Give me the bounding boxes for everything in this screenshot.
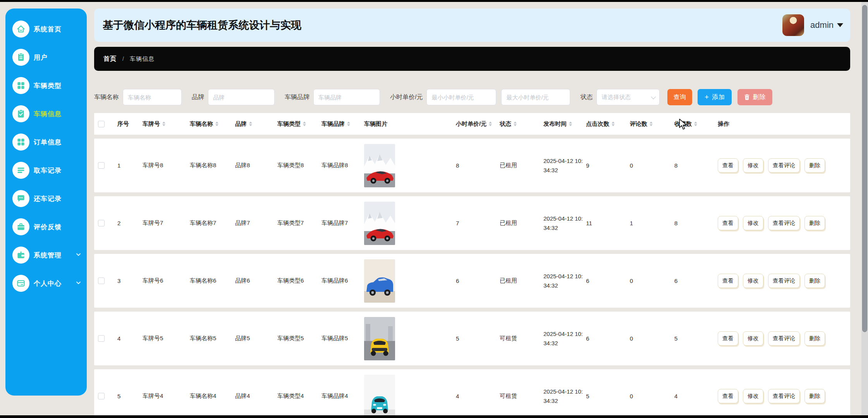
view-button[interactable]: 查看 — [718, 331, 738, 346]
sidebar-item-6[interactable]: 取车记录 — [5, 161, 87, 180]
cell-price: 8 — [453, 162, 497, 169]
sidebar-item-5[interactable]: 订单信息 — [5, 132, 87, 152]
cell-index: 4 — [114, 335, 139, 342]
grid-icon — [12, 134, 29, 151]
edit-button[interactable]: 修改 — [743, 216, 763, 230]
add-button[interactable]: +添加 — [698, 89, 732, 105]
cell-vbrand: 车辆品牌6 — [318, 277, 361, 284]
screen-bottom-edge — [0, 415, 868, 418]
sidebar-item-label: 评价反馈 — [34, 223, 62, 231]
edit-button[interactable]: 修改 — [743, 389, 763, 403]
edit-button[interactable]: 修改 — [743, 331, 763, 346]
avatar[interactable] — [782, 14, 804, 36]
cell-type: 车辆类型7 — [274, 219, 318, 227]
cell-brand: 品牌4 — [232, 392, 274, 400]
edit-button[interactable]: 修改 — [743, 158, 763, 173]
cell-name: 车辆名称8 — [187, 162, 232, 169]
cell-price: 5 — [453, 335, 497, 342]
select-all-checkbox[interactable] — [98, 121, 105, 127]
column-header-vbrand[interactable]: 车辆品牌 — [318, 120, 361, 128]
view-button[interactable]: 查看 — [718, 389, 738, 403]
clipboard-check-icon — [12, 105, 29, 122]
vehicle-name-input[interactable] — [123, 89, 182, 105]
sidebar-item-10[interactable]: 个人中心 — [5, 274, 87, 293]
delete-row-button[interactable]: 删除 — [804, 216, 825, 230]
sidebar-item-3[interactable]: 车辆类型 — [5, 76, 87, 95]
row-checkbox[interactable] — [98, 162, 105, 169]
cell-time: 2025-04-12 10:34:32 — [540, 329, 583, 348]
wallet-icon — [12, 247, 29, 264]
breadcrumb-home-link[interactable]: 首页 — [103, 55, 117, 63]
view-comments-button[interactable]: 查看评论 — [768, 331, 800, 346]
cell-status: 已租用 — [497, 162, 540, 169]
row-checkbox[interactable] — [98, 278, 105, 284]
sort-icon[interactable] — [303, 122, 306, 127]
search-button[interactable]: 查询 — [667, 89, 692, 105]
status-select[interactable]: 请选择状态 — [596, 89, 660, 105]
cell-time: 2025-04-12 10:34:32 — [540, 272, 583, 290]
delete-row-button[interactable]: 删除 — [804, 274, 825, 288]
row-checkbox[interactable] — [98, 335, 105, 342]
column-header-plate[interactable]: 车牌号 — [139, 120, 187, 128]
sort-icon[interactable] — [162, 122, 165, 127]
home-icon — [12, 21, 29, 38]
view-comments-button[interactable]: 查看评论 — [768, 274, 800, 288]
sidebar-item-7[interactable]: 还车记录 — [5, 189, 87, 208]
sort-icon[interactable] — [249, 122, 252, 127]
delete-button[interactable]: 删除 — [737, 89, 772, 105]
user-menu[interactable]: admin — [782, 14, 843, 36]
view-comments-button[interactable]: 查看评论 — [768, 158, 800, 173]
column-header-clicks[interactable]: 点击次数 — [583, 120, 627, 128]
edit-button[interactable]: 修改 — [743, 274, 763, 288]
sort-icon[interactable] — [650, 122, 653, 127]
sort-icon[interactable] — [569, 122, 572, 127]
breadcrumb: 首页 / 车辆信息 — [94, 47, 850, 71]
vertical-scrollbar[interactable] — [861, 2, 868, 415]
delete-row-button[interactable]: 删除 — [804, 331, 825, 346]
column-header-status[interactable]: 状态 — [497, 120, 540, 128]
vehicle-image — [364, 259, 395, 303]
view-button[interactable]: 查看 — [718, 216, 738, 230]
min-price-input[interactable] — [426, 89, 496, 105]
sort-icon[interactable] — [215, 122, 218, 127]
column-header-favorites[interactable]: 收藏数 — [671, 120, 715, 128]
delete-row-button[interactable]: 删除 — [804, 158, 825, 173]
sort-icon[interactable] — [347, 122, 350, 127]
row-checkbox[interactable] — [98, 220, 105, 226]
row-checkbox[interactable] — [98, 393, 105, 399]
column-header-brand[interactable]: 品牌 — [232, 120, 274, 128]
sidebar-item-2[interactable]: 用户 — [5, 48, 87, 67]
column-header-name[interactable]: 车辆名称 — [187, 120, 232, 128]
delete-row-button[interactable]: 删除 — [804, 389, 825, 403]
column-header-comments[interactable]: 评论数 — [627, 120, 671, 128]
vehicle-brand-input[interactable] — [313, 89, 380, 105]
sort-icon[interactable] — [489, 122, 492, 127]
cell-status: 已租用 — [497, 277, 540, 284]
sort-icon[interactable] — [612, 122, 615, 127]
view-button[interactable]: 查看 — [718, 158, 738, 173]
cell-clicks: 9 — [583, 162, 627, 169]
clipboard-icon — [12, 49, 29, 66]
sort-icon[interactable] — [694, 122, 697, 127]
sidebar-item-4[interactable]: 车辆信息 — [5, 104, 87, 123]
column-header-type[interactable]: 车辆类型 — [274, 120, 318, 128]
sidebar-item-9[interactable]: 系统管理 — [5, 245, 87, 265]
cell-actions: 查看修改查看评论删除 — [715, 216, 850, 230]
cell-image — [361, 144, 453, 187]
sort-icon[interactable] — [514, 122, 517, 127]
scrollbar-thumb[interactable] — [862, 5, 867, 332]
cell-brand: 品牌5 — [232, 335, 274, 342]
cell-actions: 查看修改查看评论删除 — [715, 158, 850, 173]
view-comments-button[interactable]: 查看评论 — [768, 389, 800, 403]
sidebar-item-1[interactable]: 系统首页 — [5, 19, 87, 39]
cell-price: 6 — [453, 278, 497, 284]
max-price-input[interactable] — [501, 89, 570, 105]
vehicle-table: 序号车牌号车辆名称品牌车辆类型车辆品牌车辆图片小时单价/元状态发布时间点击次数评… — [94, 113, 850, 418]
view-comments-button[interactable]: 查看评论 — [768, 216, 800, 230]
brand-input[interactable] — [208, 89, 275, 105]
view-button[interactable]: 查看 — [718, 274, 738, 288]
sidebar-item-8[interactable]: 评价反馈 — [5, 217, 87, 236]
grid-icon — [12, 77, 29, 94]
column-header-time[interactable]: 发布时间 — [540, 120, 583, 128]
column-header-price[interactable]: 小时单价/元 — [453, 120, 497, 128]
